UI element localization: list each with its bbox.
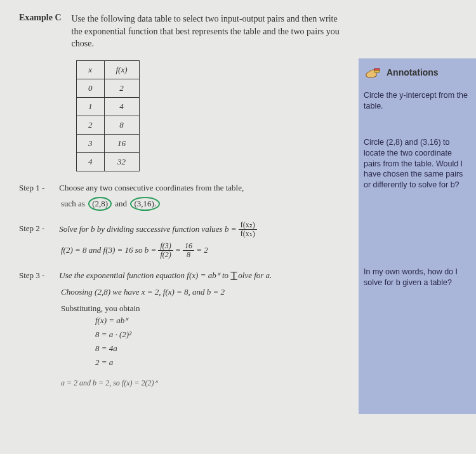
numerator: 16 — [183, 242, 194, 251]
numerator: f(x₂) — [239, 221, 257, 230]
denominator: f(x₁) — [239, 230, 257, 238]
table-header-fx: f(x) — [104, 60, 139, 79]
step-text: Choose any two consecutive coordinates f… — [59, 183, 244, 192]
cell-x: 3 — [77, 134, 105, 152]
instruction-text: Use the following data table to select t… — [72, 13, 465, 50]
fraction: f(x₂) f(x₁) — [239, 221, 257, 238]
annotations-panel: Annotations Circle the y-intercept from … — [359, 58, 476, 414]
step-label: Step 1 - — [19, 183, 57, 193]
annotation-note: Circle (2,8) and (3,16) to locate the tw… — [364, 137, 471, 190]
annotation-note: Circle the y-intercept from the table. — [364, 90, 471, 112]
denominator: f(2) — [158, 251, 173, 259]
annotations-title: Annotations — [364, 65, 471, 80]
table-row: 02 — [77, 79, 140, 97]
cell-x: 1 — [77, 97, 105, 116]
step-text: Solve for b by dividing successive funct… — [59, 224, 236, 233]
fraction: 16 8 — [183, 242, 194, 259]
cell-x: 4 — [77, 152, 105, 171]
fraction: f(3) f(2) — [158, 242, 173, 259]
eq: = 2 — [196, 245, 208, 255]
table-row: 316 — [77, 134, 140, 152]
example-label: Example C — [19, 13, 62, 50]
cell-x: 0 — [77, 79, 105, 97]
annotation-note: In my own words, how do I solve for b gi… — [364, 267, 471, 288]
text-cursor-icon: Ꮖ — [230, 270, 238, 283]
denominator: 8 — [183, 251, 194, 259]
annotations-title-text: Annotations — [387, 67, 439, 79]
numerator: f(3) — [158, 242, 173, 251]
step-label: Step 3 - — [19, 270, 57, 281]
step-text: such as — [61, 199, 85, 208]
cell-fx: 8 — [104, 116, 139, 134]
circled-pair-1: (2,8) — [88, 197, 112, 211]
cell-fx: 4 — [104, 97, 139, 116]
step-text: Use the exponential function equation f(… — [59, 270, 230, 280]
step-text: f(2) = 8 and f(3) = 16 so b = — [61, 245, 156, 255]
eq: = — [175, 245, 181, 255]
step-label: Step 2 - — [19, 224, 57, 234]
cell-fx: 16 — [104, 134, 139, 152]
svg-rect-1 — [374, 70, 380, 72]
table-row: 14 — [77, 97, 140, 116]
table-row: 28 — [77, 116, 140, 134]
table-row: 432 — [77, 152, 140, 171]
circled-pair-2: (3,16). — [130, 197, 160, 211]
hand-icon — [364, 65, 383, 80]
cell-fx: 32 — [104, 152, 139, 171]
cell-x: 2 — [77, 116, 105, 134]
step-text: and — [115, 199, 127, 208]
step-text: olve for a. — [238, 270, 272, 280]
table-header-x: x — [77, 60, 105, 79]
cell-fx: 2 — [104, 79, 139, 97]
